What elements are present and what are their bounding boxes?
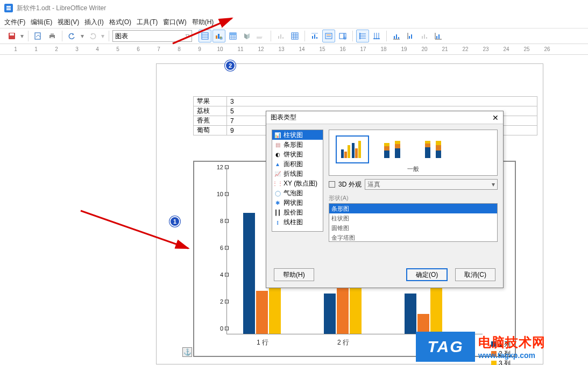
table-row: 苹果3 (194, 97, 537, 106)
menu-bar: 文件(F) 编辑(E) 视图(V) 插入(I) 格式(O) 工具(T) 窗口(W… (0, 16, 588, 28)
chart-floor-icon[interactable] (254, 30, 267, 42)
menu-tools[interactable]: 工具(T) (134, 17, 160, 28)
svg-rect-54 (358, 141, 361, 158)
look3d-checkbox[interactable] (329, 181, 335, 188)
undo-icon[interactable] (66, 30, 79, 42)
legend-on-icon[interactable] (322, 30, 335, 42)
svg-rect-60 (395, 141, 400, 144)
axis-y-icon[interactable] (404, 30, 417, 42)
menu-help[interactable]: 帮助(H) (190, 17, 216, 28)
svg-rect-53 (355, 148, 358, 158)
svg-rect-41 (426, 37, 427, 39)
grid-horizontal-icon[interactable] (356, 30, 369, 42)
toolbar-separator (352, 31, 353, 41)
toolbar-separator (386, 31, 387, 41)
menu-view[interactable]: 视图(V) (55, 17, 81, 28)
chart-wall-icon[interactable] (240, 30, 253, 42)
redo-dropdown-icon[interactable]: ▾ (100, 30, 105, 42)
shape-item[interactable]: 条形图 (329, 204, 497, 213)
svg-rect-32 (394, 36, 395, 39)
svg-rect-1 (10, 33, 14, 35)
toolbar-separator (109, 31, 109, 41)
svg-rect-58 (395, 148, 400, 158)
shape-header: 形状(A) (329, 194, 498, 202)
format-chart-area-icon[interactable] (199, 30, 211, 42)
menu-format[interactable]: 格式(O) (107, 17, 133, 28)
svg-rect-10 (218, 34, 219, 39)
undo-dropdown-icon[interactable]: ▾ (80, 30, 85, 42)
chart-subtype-normal[interactable] (336, 135, 369, 163)
svg-rect-24 (325, 33, 332, 39)
svg-rect-43 (438, 34, 440, 39)
chart-subtype-panel: 一般 3D 外观 逼真▾ 形状(A) 条形图 柱状图 圆锥图 金字塔图 (329, 130, 498, 242)
chart-type-column[interactable]: 📊柱状图 (272, 130, 323, 140)
chevron-down-icon: ▽ (186, 33, 189, 39)
menu-insert[interactable]: 插入(I) (82, 17, 105, 28)
chart-subtype-stacked[interactable] (377, 135, 410, 163)
toolbar-separator (28, 31, 29, 41)
svg-point-29 (343, 37, 346, 40)
cancel-button[interactable]: 取消(C) (455, 268, 495, 281)
svg-rect-6 (202, 33, 208, 39)
toolbar-separator (271, 31, 271, 41)
svg-rect-19 (292, 33, 298, 39)
svg-rect-5 (51, 37, 54, 39)
anchor-icon[interactable]: ⚓ (182, 347, 192, 357)
menu-window[interactable]: 窗口(W) (161, 17, 188, 28)
grid-vertical-icon[interactable] (370, 30, 383, 42)
svg-rect-14 (230, 33, 236, 35)
svg-rect-15 (257, 37, 263, 39)
chart-type-xy[interactable]: ⋮⋮XY (散点图) (272, 178, 323, 188)
data-table-icon[interactable] (288, 30, 301, 42)
menu-file[interactable]: 文件(F) (2, 17, 27, 28)
shape-item[interactable]: 金字塔图 (329, 233, 497, 242)
close-icon[interactable]: ✕ (492, 113, 499, 122)
axis-z-icon[interactable] (418, 30, 431, 42)
dialog-titlebar[interactable]: 图表类型 ✕ (266, 111, 503, 124)
svg-rect-21 (314, 34, 315, 39)
chart-type-pie[interactable]: ◐饼状图 (272, 149, 323, 159)
svg-rect-40 (424, 34, 425, 39)
chart-type-bubble[interactable]: ◯气泡图 (272, 188, 323, 198)
print-icon[interactable] (46, 30, 59, 42)
help-button[interactable]: 帮助(H) (274, 268, 314, 281)
svg-rect-20 (312, 36, 313, 39)
chart-type-area[interactable]: ▲面积图 (272, 159, 323, 169)
menu-edit[interactable]: 编辑(E) (29, 17, 54, 28)
save-dropdown-icon[interactable]: ▾ (19, 30, 25, 42)
axis-all-icon[interactable] (432, 30, 445, 42)
svg-rect-55 (384, 151, 389, 158)
chart-type-icon[interactable] (212, 30, 225, 42)
titles-icon[interactable] (308, 30, 321, 42)
chart-type-stock[interactable]: ┃┃股价图 (272, 207, 323, 217)
svg-rect-57 (384, 143, 389, 146)
redo-icon[interactable] (86, 30, 99, 42)
paragraph-style-select[interactable]: 图表 ▽ (112, 30, 192, 42)
horizontal-ruler: /* ruler rendered by script below */ 112… (0, 44, 588, 55)
shape-item[interactable]: 柱状图 (329, 213, 497, 223)
watermark-line1: 电脑技术网 (478, 334, 546, 351)
shape-list[interactable]: 条形图 柱状图 圆锥图 金字塔图 (329, 203, 498, 242)
export-pdf-icon[interactable] (32, 30, 45, 42)
chart-type-bar[interactable]: ▤条形图 (272, 140, 323, 149)
chart-data-range-icon[interactable] (226, 30, 239, 42)
chart-type-net[interactable]: ✱网状图 (272, 198, 323, 207)
svg-rect-56 (384, 146, 389, 151)
chart-type-line[interactable]: 📈折线图 (272, 169, 323, 178)
chart-subtype-percent[interactable] (417, 135, 451, 163)
look3d-select[interactable]: 逼真▾ (365, 179, 498, 190)
chart-type-combo[interactable]: ⫿线柱图 (272, 217, 323, 227)
svg-rect-33 (396, 34, 397, 39)
axis-x-icon[interactable] (390, 30, 403, 42)
shape-item[interactable]: 圆锥图 (329, 223, 497, 233)
svg-rect-52 (352, 143, 355, 158)
annotation-badge-1: 1 (169, 216, 180, 227)
ok-button[interactable]: 确定(O) (406, 268, 448, 281)
save-icon[interactable] (5, 30, 18, 42)
legend-position-icon[interactable] (336, 30, 349, 42)
chart-data-table-disabled-icon (274, 30, 287, 42)
svg-rect-23 (311, 33, 318, 34)
svg-rect-16 (278, 36, 279, 39)
toolbar-separator (304, 31, 305, 41)
chart-type-list[interactable]: 📊柱状图 ▤条形图 ◐饼状图 ▲面积图 📈折线图 ⋮⋮XY (散点图) ◯气泡图… (272, 130, 323, 232)
